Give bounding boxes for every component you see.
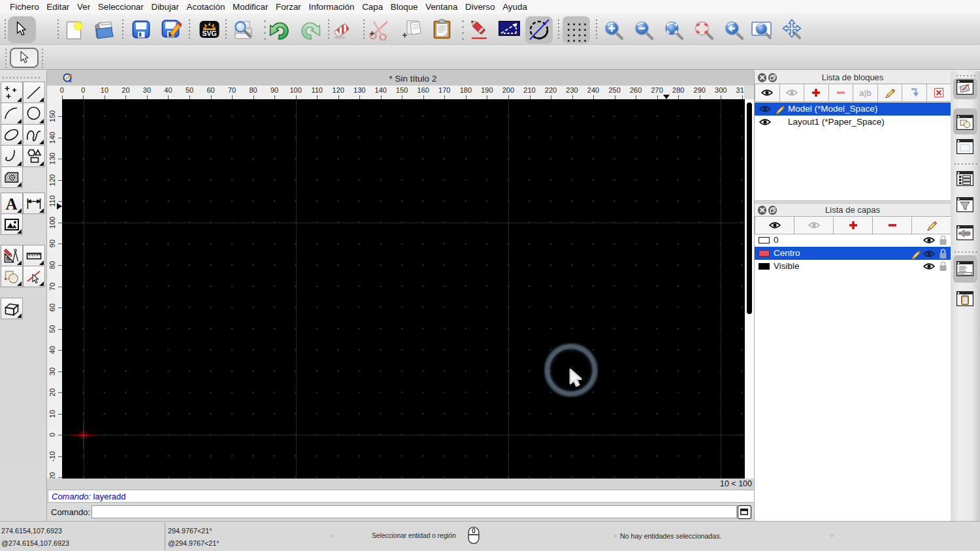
svg-text:A: A — [6, 196, 18, 212]
svg-text:SVG: SVG — [202, 29, 216, 37]
